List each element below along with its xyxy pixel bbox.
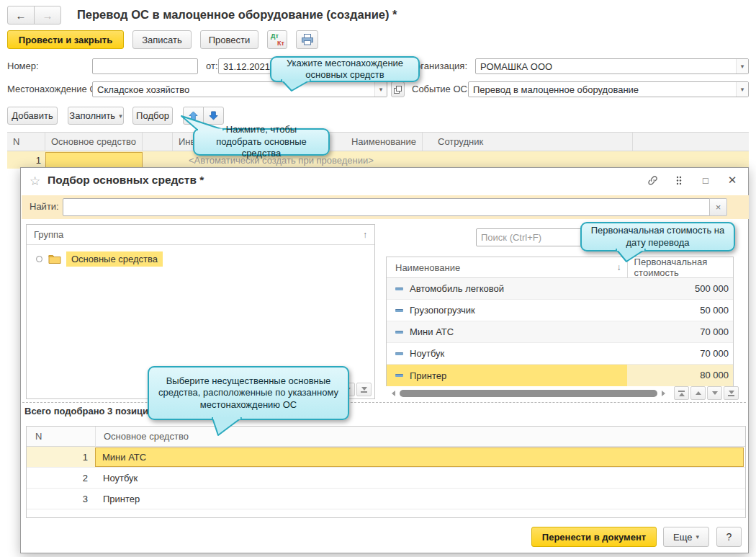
fill-button[interactable]: Заполнить ▾ (68, 107, 124, 125)
selected-row-n: 1 (27, 447, 95, 467)
asset-row[interactable]: Мини АТС 70 000 (387, 321, 733, 343)
help-button[interactable]: ? (716, 527, 742, 547)
maximize-icon[interactable]: □ (700, 174, 711, 186)
chevron-down-icon[interactable]: ▾ (736, 59, 748, 73)
doc-table-row[interactable]: 1 <Автоматически создать при проведении> (7, 151, 749, 169)
number-input[interactable] (92, 58, 198, 74)
more-label: Еще (673, 532, 692, 543)
selected-row-asset: Мини АТС (95, 447, 744, 467)
date-label: от: (206, 58, 218, 75)
back-icon: ← (16, 9, 27, 22)
scroll-to-end-button[interactable] (356, 383, 372, 396)
forward-button[interactable]: → (34, 6, 61, 24)
assets-scroll-buttons (674, 386, 739, 400)
scroll-up-button[interactable] (690, 386, 706, 400)
dt-kt-button[interactable]: Дт Кт (267, 30, 287, 49)
main-toolbar: Провести и закрыть Записать Провести Дт … (7, 30, 318, 49)
assets-col-name[interactable]: Наименование ↓ (387, 262, 627, 273)
dt-label: Дт (271, 32, 279, 40)
asset-row[interactable]: Ноутбук 70 000 (387, 343, 733, 365)
asset-row[interactable]: Автомобиль легковой 500 000 (387, 278, 733, 300)
location-combo[interactable]: Складское хозяйство ▾ (92, 81, 387, 97)
selected-row-n: 3 (27, 494, 95, 504)
doc-col-extra[interactable] (633, 133, 749, 151)
doc-col-asset[interactable]: Основное средство (45, 133, 143, 151)
back-button[interactable]: ← (7, 6, 35, 24)
selected-col-n[interactable]: N (27, 431, 95, 442)
divider (22, 402, 746, 403)
asset-name: Автомобиль легковой (410, 283, 631, 294)
link-icon[interactable] (647, 174, 658, 186)
post-and-close-button[interactable]: Провести и закрыть (7, 30, 124, 49)
favorite-star-icon[interactable]: ☆ (30, 174, 40, 189)
chevron-down-icon[interactable]: ▾ (736, 82, 748, 97)
open-link-icon (394, 86, 402, 94)
asset-row[interactable]: Грузопогрузчик 50 000 (387, 300, 733, 321)
tooltip-select: Выберите несущественные основные средств… (148, 366, 349, 420)
more-button[interactable]: Еще ▾ (663, 527, 709, 547)
post-button[interactable]: Провести (200, 30, 258, 49)
transfer-to-document-button[interactable]: Перенести в документ (531, 527, 657, 547)
find-input[interactable] (63, 198, 711, 216)
write-button[interactable]: Записать (132, 30, 192, 49)
find-clear-button[interactable]: × (709, 198, 727, 216)
selected-col-asset[interactable]: Основное средство (95, 427, 745, 446)
hscroll-thumb[interactable] (400, 390, 657, 397)
tooltip-tail (611, 249, 654, 263)
event-combo[interactable]: Перевод в малоценное оборудование ▾ (468, 81, 749, 97)
folder-icon (48, 254, 61, 264)
doc-table: N Основное средство Инвентарный номер На… (7, 132, 749, 169)
pick-button[interactable]: Подбор (132, 107, 173, 125)
asset-item-icon (395, 288, 403, 290)
more-menu-icon[interactable] (673, 174, 685, 186)
asset-name: Грузопогрузчик (410, 305, 631, 316)
tree-item-label: Основные средства (66, 251, 163, 267)
number-label: Номер: (7, 58, 39, 75)
doc-col-n[interactable]: N (7, 133, 45, 151)
tree-expand-icon[interactable] (36, 256, 42, 262)
tooltip-tail (207, 417, 250, 437)
nav-history-group: ← → (7, 6, 61, 24)
asset-cost: 70 000 (631, 326, 733, 337)
organization-combo[interactable]: РОМАШКА ООО ▾ (475, 58, 749, 74)
print-button[interactable] (296, 30, 318, 49)
doc-row-number: 1 (7, 155, 45, 166)
page-title: Перевод ОС в малоценное оборудование (со… (77, 8, 397, 22)
scroll-left-icon[interactable] (392, 391, 395, 396)
app-window: ← → Перевод ОС в малоценное оборудование… (0, 0, 756, 557)
add-button[interactable]: Добавить (7, 107, 58, 125)
find-band: Найти: × (22, 195, 749, 219)
asset-row-selected[interactable]: Принтер 80 000 (387, 365, 733, 386)
scroll-to-top-button[interactable] (674, 386, 689, 400)
tooltip-location: Укажите местонахождение основных средств (270, 56, 420, 82)
fill-label: Заполнить (69, 110, 115, 121)
dialog-title: Подбор основных средств * (48, 174, 204, 187)
find-label: Найти: (30, 198, 59, 215)
assets-table: Наименование ↓ Первоначальная стоимость … (386, 257, 734, 386)
scroll-right-icon[interactable] (662, 391, 665, 396)
location-open-button[interactable] (391, 81, 405, 97)
asset-item-icon (395, 331, 403, 334)
scroll-down-button[interactable] (707, 386, 722, 400)
asset-name: Ноутбук (410, 348, 631, 359)
selected-row[interactable]: 1 Мини АТС (27, 447, 745, 468)
chevron-down-icon[interactable]: ▾ (374, 82, 387, 97)
doc-col-employee[interactable]: Сотрудник (423, 133, 633, 151)
selected-row[interactable]: 3 Принтер (27, 489, 745, 509)
tree-item-fixed-assets[interactable]: Основные средства (27, 249, 374, 269)
assets-table-header: Наименование ↓ Первоначальная стоимость (387, 257, 733, 278)
sort-desc-icon: ↓ (617, 262, 621, 272)
scroll-to-bottom-button[interactable] (724, 386, 739, 400)
tooltip-pick: Нажмите, чтобы подобрать основные средст… (193, 128, 330, 156)
selected-row-asset: Ноутбук (95, 473, 745, 484)
asset-name: Принтер (410, 370, 446, 381)
asset-cost: 50 000 (631, 305, 733, 316)
doc-row-asset-cell[interactable] (45, 152, 143, 168)
assets-hscrollbar[interactable] (392, 388, 665, 398)
group-panel-header[interactable]: Группа ↑ (27, 225, 374, 245)
doc-col-spacer[interactable] (143, 133, 173, 151)
chevron-down-icon: ▾ (696, 533, 699, 540)
doc-table-header: N Основное средство Инвентарный номер На… (7, 132, 749, 151)
selected-row[interactable]: 2 Ноутбук (27, 468, 745, 489)
close-icon[interactable]: ✕ (726, 174, 738, 186)
